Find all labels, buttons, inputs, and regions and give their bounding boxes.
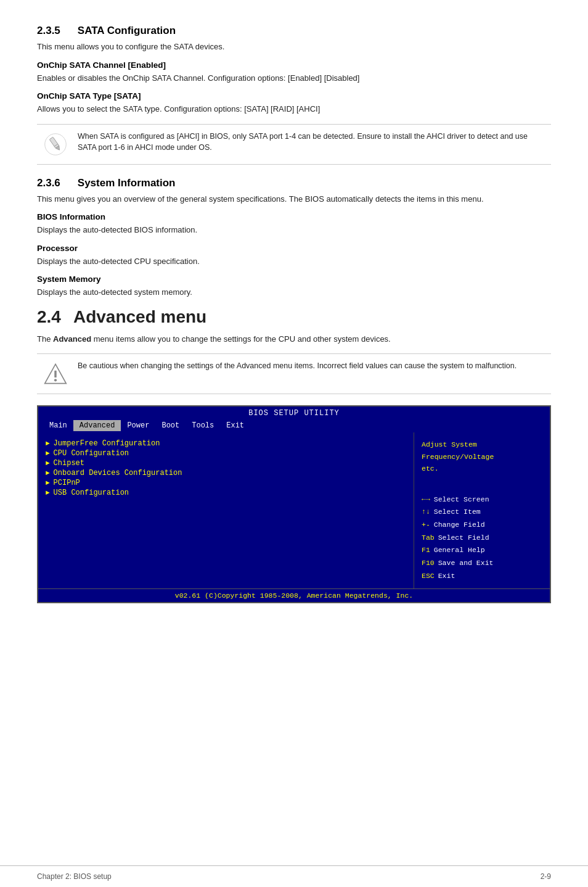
bottom-right-text: 2-9 xyxy=(541,872,551,881)
bottom-bar: Chapter 2: BIOS setup 2-9 xyxy=(0,865,588,887)
advanced-warning-text: Be cautious when changing the settings o… xyxy=(78,360,517,372)
bios-nav-item-power[interactable]: Power xyxy=(121,420,155,431)
section-235-title: SATA Configuration xyxy=(78,25,176,36)
svg-rect-5 xyxy=(54,371,56,377)
bios-nav-item-advanced[interactable]: Advanced xyxy=(73,420,121,431)
advanced-warning-box: Be cautious when changing the settings o… xyxy=(37,353,551,394)
bios-key-row: ESCExit xyxy=(422,570,542,583)
bios-nav-item-main[interactable]: Main xyxy=(43,420,73,431)
section-24: 2.4Advanced menu The Advanced menu items… xyxy=(37,307,551,604)
onchip-sata-type-heading: OnChip SATA Type [SATA] xyxy=(37,91,551,101)
section-24-intro: The Advanced menu items allow you to cha… xyxy=(37,333,551,345)
section-24-heading: 2.4Advanced menu xyxy=(37,307,551,327)
bios-menu-left: ►JumperFree Configuration►CPU Configurat… xyxy=(38,432,414,588)
section-236-intro: This menu gives you an overview of the g… xyxy=(37,193,551,205)
bios-menu-right: Adjust System Frequency/Voltage etc. ←→S… xyxy=(414,432,550,588)
bios-key-row: TabSelect Field xyxy=(422,532,542,545)
onchip-sata-type-text: Allows you to select the SATA type. Conf… xyxy=(37,103,551,115)
onchip-sata-channel-heading: OnChip SATA Channel [Enabled] xyxy=(37,60,551,70)
bios-menu-item[interactable]: ►CPU Configuration xyxy=(46,448,406,458)
bios-key-row: +-Change Field xyxy=(422,519,542,532)
bios-info-text: Displays the auto-detected BIOS informat… xyxy=(37,224,551,236)
sata-note-box: When SATA is configured as [AHCI] in BIO… xyxy=(37,124,551,165)
section-235-heading: 2.3.5SATA Configuration xyxy=(37,25,551,37)
section-236-number: 2.3.6 xyxy=(37,177,60,189)
bios-footer: v02.61 (C)Copyright 1985-2008, American … xyxy=(38,588,550,602)
section-236-title: System Information xyxy=(78,177,176,189)
bios-key-row: F10Save and Exit xyxy=(422,557,542,570)
section-24-number: 2.4 xyxy=(37,307,61,326)
onchip-sata-channel-text: Enables or disables the OnChip SATA Chan… xyxy=(37,72,551,85)
section-24-intro-pre: The xyxy=(37,334,53,344)
bios-header-title: BIOS SETUP UTILITY xyxy=(38,406,550,419)
bios-nav: MainAdvancedPowerBootToolsExit xyxy=(38,419,550,432)
section-24-title: Advanced menu xyxy=(73,307,206,326)
bios-body: ►JumperFree Configuration►CPU Configurat… xyxy=(38,432,550,588)
bios-key-row: ←→Select Screen xyxy=(422,493,542,506)
processor-heading: Processor xyxy=(37,244,551,253)
bios-info-heading: BIOS Information xyxy=(37,212,551,221)
bios-key-row: F1General Help xyxy=(422,544,542,557)
bios-menu-item[interactable]: ►Chipset xyxy=(46,458,406,468)
bios-nav-item-boot[interactable]: Boot xyxy=(155,420,186,431)
bios-menu-item[interactable]: ►Onboard Devices Configuration xyxy=(46,468,406,478)
pencil-icon xyxy=(42,131,69,158)
section-24-intro-post: menu items allow you to change the setti… xyxy=(91,334,391,344)
section-236-heading: 2.3.6System Information xyxy=(37,177,551,189)
bios-screenshot: BIOS SETUP UTILITY MainAdvancedPowerBoot… xyxy=(37,405,551,603)
bios-nav-item-exit[interactable]: Exit xyxy=(220,420,250,431)
warning-icon xyxy=(42,360,69,387)
svg-point-6 xyxy=(54,379,57,381)
bios-menu-item[interactable]: ►JumperFree Configuration xyxy=(46,439,406,448)
system-memory-text: Displays the auto-detected system memory… xyxy=(37,286,551,299)
processor-text: Displays the auto-detected CPU specifica… xyxy=(37,255,551,268)
section-235-number: 2.3.5 xyxy=(37,25,60,36)
section-235-intro: This menu allows you to configure the SA… xyxy=(37,41,551,53)
bios-nav-item-tools[interactable]: Tools xyxy=(186,420,220,431)
bios-menu-item[interactable]: ►USB Configuration xyxy=(46,488,406,498)
section-24-intro-bold: Advanced xyxy=(53,334,91,344)
bios-right-top-text: Adjust System Frequency/Voltage etc. xyxy=(422,439,542,475)
bios-right-keys: ←→Select Screen↑↓Select Item+-Change Fie… xyxy=(422,493,542,583)
sata-note-text: When SATA is configured as [AHCI] in BIO… xyxy=(78,131,546,154)
bios-key-row: ↑↓Select Item xyxy=(422,506,542,519)
bottom-left-text: Chapter 2: BIOS setup xyxy=(37,872,112,881)
section-235: 2.3.5SATA Configuration This menu allows… xyxy=(37,25,551,165)
system-memory-heading: System Memory xyxy=(37,274,551,284)
section-236: 2.3.6System Information This menu gives … xyxy=(37,177,551,299)
bios-menu-item[interactable]: ►PCIPnP xyxy=(46,478,406,488)
